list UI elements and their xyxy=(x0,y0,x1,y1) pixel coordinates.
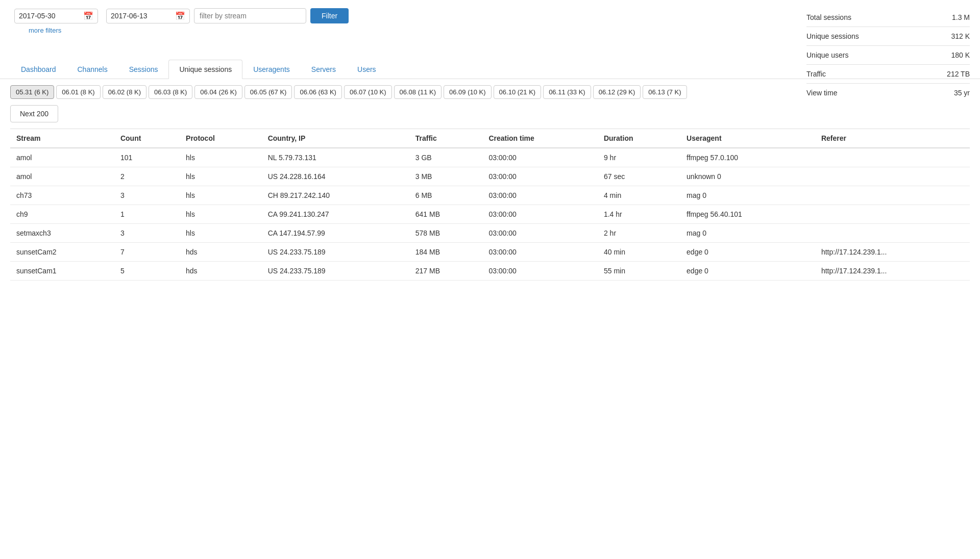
date-tab-06.05-(67-k)[interactable]: 06.05 (67 K) xyxy=(244,85,292,99)
from-date-input[interactable] xyxy=(19,12,80,20)
cell-traffic: 217 MB xyxy=(409,262,483,281)
table-row: ch91hlsCA 99.241.130.247641 MB03:00:001.… xyxy=(10,205,970,224)
date-tab-06.11-(33-k)[interactable]: 06.11 (33 K) xyxy=(543,85,591,99)
col-header-stream: Stream xyxy=(10,129,114,148)
to-calendar-icon[interactable]: 📅 xyxy=(175,11,185,21)
col-header-protocol: Protocol xyxy=(180,129,262,148)
date-tab-06.03-(8-k)[interactable]: 06.03 (8 K) xyxy=(149,85,192,99)
cell-stream: ch73 xyxy=(10,186,114,205)
filter-button[interactable]: Filter xyxy=(310,8,349,23)
table-row: amol101hlsNL 5.79.73.1313 GB03:00:009 hr… xyxy=(10,148,970,167)
cell-referer xyxy=(815,186,970,205)
date-tab-06.08-(11-k)[interactable]: 06.08 (11 K) xyxy=(394,85,442,99)
cell-stream: amol xyxy=(10,148,114,167)
date-tab-06.10-(21-k)[interactable]: 06.10 (21 K) xyxy=(494,85,542,99)
cell-duration: 2 hr xyxy=(598,224,680,243)
cell-protocol: hls xyxy=(180,224,262,243)
cell-protocol: hls xyxy=(180,167,262,186)
cell-referer xyxy=(815,167,970,186)
stats-label: Unique sessions xyxy=(806,32,859,40)
cell-traffic: 578 MB xyxy=(409,224,483,243)
cell-useragent: edge 0 xyxy=(680,262,815,281)
stats-row: Unique sessions312 K xyxy=(806,27,970,46)
col-header-traffic: Traffic xyxy=(409,129,483,148)
cell-referer xyxy=(815,205,970,224)
cell-count: 2 xyxy=(114,167,180,186)
col-header-creation-time: Creation time xyxy=(482,129,598,148)
cell-protocol: hls xyxy=(180,186,262,205)
sessions-table: StreamCountProtocolCountry, IPTrafficCre… xyxy=(10,129,970,281)
cell-protocol: hds xyxy=(180,262,262,281)
to-date-input[interactable] xyxy=(111,12,172,20)
cell-traffic: 3 MB xyxy=(409,167,483,186)
stats-row: View time35 yr xyxy=(806,84,970,102)
tab-servers[interactable]: Servers xyxy=(301,60,347,79)
cell-creation-time: 03:00:00 xyxy=(482,186,598,205)
date-tab-05.31-(6-k)[interactable]: 05.31 (6 K) xyxy=(10,85,54,99)
cell-traffic: 6 MB xyxy=(409,186,483,205)
cell-duration: 55 min xyxy=(598,262,680,281)
cell-country-ip: NL 5.79.73.131 xyxy=(262,148,409,167)
date-tab-06.09-(10-k)[interactable]: 06.09 (10 K) xyxy=(444,85,492,99)
table-row: amol2hlsUS 24.228.16.1643 MB03:00:0067 s… xyxy=(10,167,970,186)
date-tab-06.01-(8-k)[interactable]: 06.01 (8 K) xyxy=(56,85,100,99)
table-row: sunsetCam27hdsUS 24.233.75.189184 MB03:0… xyxy=(10,243,970,262)
date-tab-06.06-(63-k)[interactable]: 06.06 (63 K) xyxy=(294,85,342,99)
cell-duration: 9 hr xyxy=(598,148,680,167)
stats-row: Unique users180 K xyxy=(806,46,970,65)
from-date-input-wrap: 📅 xyxy=(14,9,98,23)
cell-duration: 40 min xyxy=(598,243,680,262)
cell-duration: 67 sec xyxy=(598,167,680,186)
cell-duration: 1.4 hr xyxy=(598,205,680,224)
cell-creation-time: 03:00:00 xyxy=(482,167,598,186)
cell-protocol: hls xyxy=(180,205,262,224)
stats-value: 212 TB xyxy=(947,70,970,78)
tab-dashboard[interactable]: Dashboard xyxy=(10,60,67,79)
cell-duration: 4 min xyxy=(598,186,680,205)
to-date-input-wrap: 📅 xyxy=(106,9,190,23)
cell-traffic: 3 GB xyxy=(409,148,483,167)
cell-useragent: unknown 0 xyxy=(680,167,815,186)
next-200-button[interactable]: Next 200 xyxy=(10,105,58,122)
stats-value: 180 K xyxy=(951,51,970,59)
stream-filter-input[interactable] xyxy=(194,8,306,23)
stats-value: 35 yr xyxy=(954,89,970,97)
cell-country-ip: US 24.228.16.164 xyxy=(262,167,409,186)
table-row: sunsetCam15hdsUS 24.233.75.189217 MB03:0… xyxy=(10,262,970,281)
tab-sessions[interactable]: Sessions xyxy=(118,60,169,79)
table-row: ch733hlsCH 89.217.242.1406 MB03:00:004 m… xyxy=(10,186,970,205)
tab-useragents[interactable]: Useragents xyxy=(242,60,301,79)
cell-stream: sunsetCam1 xyxy=(10,262,114,281)
date-tab-06.02-(8-k)[interactable]: 06.02 (8 K) xyxy=(103,85,146,99)
stats-label: Unique users xyxy=(806,51,849,59)
cell-country-ip: CA 99.241.130.247 xyxy=(262,205,409,224)
from-calendar-icon[interactable]: 📅 xyxy=(83,11,93,21)
cell-country-ip: US 24.233.75.189 xyxy=(262,243,409,262)
cell-creation-time: 03:00:00 xyxy=(482,243,598,262)
date-tab-06.12-(29-k)[interactable]: 06.12 (29 K) xyxy=(593,85,641,99)
table-section: Next 200 StreamCountProtocolCountry, IPT… xyxy=(0,105,980,291)
cell-creation-time: 03:00:00 xyxy=(482,205,598,224)
stats-label: View time xyxy=(806,89,837,97)
cell-referer: http://17.124.239.1... xyxy=(815,262,970,281)
cell-referer xyxy=(815,224,970,243)
stats-value: 312 K xyxy=(951,32,970,40)
cell-protocol: hds xyxy=(180,243,262,262)
tab-users[interactable]: Users xyxy=(347,60,387,79)
cell-useragent: ffmpeg 56.40.101 xyxy=(680,205,815,224)
date-tab-06.13-(7-k)[interactable]: 06.13 (7 K) xyxy=(643,85,687,99)
cell-count: 7 xyxy=(114,243,180,262)
date-tab-06.07-(10-k)[interactable]: 06.07 (10 K) xyxy=(344,85,392,99)
cell-country-ip: CA 147.194.57.99 xyxy=(262,224,409,243)
cell-count: 101 xyxy=(114,148,180,167)
stats-row: Total sessions1.3 M xyxy=(806,8,970,27)
col-header-country-ip: Country, IP xyxy=(262,129,409,148)
cell-stream: setmaxch3 xyxy=(10,224,114,243)
tab-channels[interactable]: Channels xyxy=(67,60,118,79)
cell-creation-time: 03:00:00 xyxy=(482,148,598,167)
cell-useragent: ffmpeg 57.0.100 xyxy=(680,148,815,167)
col-header-referer: Referer xyxy=(815,129,970,148)
tab-unique-sessions[interactable]: Unique sessions xyxy=(168,60,242,79)
cell-stream: amol xyxy=(10,167,114,186)
date-tab-06.04-(26-k)[interactable]: 06.04 (26 K) xyxy=(194,85,242,99)
